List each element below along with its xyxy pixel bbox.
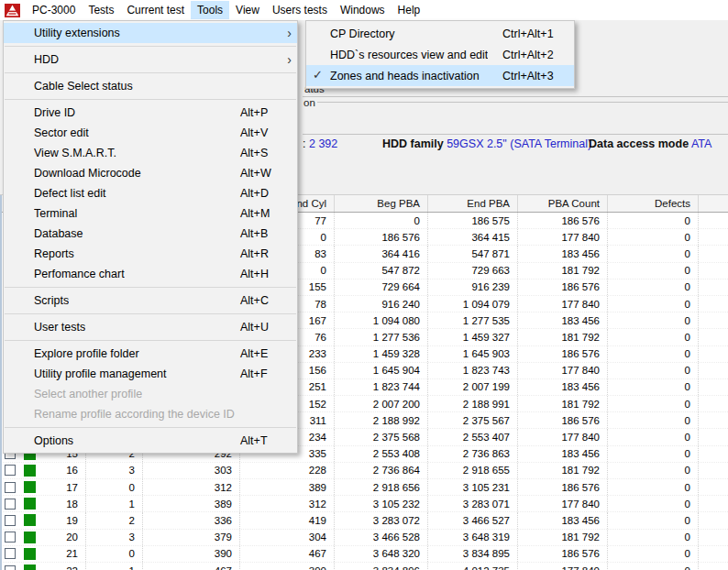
menu-item-terminal[interactable]: TerminalAlt+M — [4, 203, 297, 224]
cell-end-pba: 2 736 863 — [428, 446, 518, 462]
cell-end-cyl: 312 — [240, 496, 335, 511]
cell-pba-count: 177 840 — [518, 563, 608, 570]
table-row[interactable]: 1923364193 283 0723 466 527183 4560 — [0, 512, 728, 529]
cell-spacer — [699, 463, 728, 478]
row-checkbox-cell — [0, 563, 20, 570]
cell-beg-pba: 547 872 — [335, 263, 428, 279]
data-access-mode-label: Data access mode — [589, 137, 689, 150]
row-checkbox[interactable] — [5, 515, 16, 526]
cell-end-pba: 364 415 — [428, 229, 518, 245]
table-row[interactable]: 2214673903 834 8964 012 735177 8400 — [0, 563, 728, 570]
status-square-icon — [24, 548, 36, 560]
cell-beg-pba: 1 645 904 — [335, 363, 428, 378]
menubar-item-users-tests[interactable]: Users tests — [266, 1, 334, 19]
menu-item-shortcut: Alt+E — [240, 347, 281, 360]
cell-defects: 0 — [608, 446, 699, 462]
menu-item-shortcut: Alt+F — [240, 367, 281, 380]
menubar-item-pc-3000[interactable]: PC-3000 — [26, 1, 82, 19]
cell-beg-cyl: 390 — [143, 546, 240, 562]
menubar-item-windows[interactable]: Windows — [334, 1, 392, 19]
menu-item-utility-extensions[interactable]: Utility extensions› — [4, 23, 297, 43]
submenu-item-zones-and-heads-inactivation[interactable]: ✓Zones and heads inactivationCtrl+Alt+3 — [306, 65, 574, 86]
row-checkbox[interactable] — [5, 499, 16, 510]
menu-item-hdd[interactable]: HDD› — [4, 49, 297, 70]
menu-item-shortcut: Alt+V — [240, 126, 281, 139]
menu-item-label: View S.M.A.R.T. — [34, 147, 116, 159]
table-row[interactable]: 2033793043 466 5283 648 319181 7920 — [0, 530, 728, 546]
cell-pba-count: 177 840 — [518, 363, 608, 378]
row-checkbox[interactable] — [5, 565, 16, 570]
cell-spacer — [699, 396, 728, 411]
cell-head: 1 — [86, 563, 143, 570]
menu-separator — [5, 287, 296, 288]
row-checkbox[interactable] — [5, 532, 16, 543]
menu-item-cable-select-status[interactable]: Cable Select status — [4, 76, 297, 96]
cell-spacer — [699, 346, 728, 362]
cell-spacer — [699, 329, 728, 345]
menubar-item-view[interactable]: View — [229, 1, 266, 19]
menu-item-explore-profile-folder[interactable]: Explore profile folderAlt+E — [4, 344, 297, 364]
menu-item-utility-profile-management[interactable]: Utility profile managementAlt+F — [4, 364, 297, 384]
table-row[interactable]: 1813893123 105 2323 283 071177 8400 — [0, 496, 728, 512]
cell-pba-count: 177 840 — [518, 496, 608, 511]
menu-item-options[interactable]: OptionsAlt+T — [4, 431, 297, 451]
cell-beg-pba: 2 375 568 — [335, 429, 428, 444]
row-checkbox[interactable] — [5, 548, 16, 559]
menubar-item-current-test[interactable]: Current test — [120, 1, 191, 19]
cell-beg-pba: 3 105 232 — [335, 496, 428, 511]
menubar-item-tests[interactable]: Tests — [82, 1, 120, 19]
row-checkbox[interactable] — [5, 482, 16, 493]
row-checkbox[interactable] — [5, 465, 16, 476]
cell-defects: 0 — [608, 346, 699, 362]
menu-item-label: Reports — [34, 247, 74, 260]
menu-item-download-microcode[interactable]: Download MicrocodeAlt+W — [4, 163, 297, 183]
menu-item-sector-edit[interactable]: Sector editAlt+V — [4, 123, 297, 143]
menu-item-defect-list-edit[interactable]: Defect list editAlt+D — [4, 183, 297, 203]
status-square-icon — [24, 481, 36, 493]
menu-item-rename-profile-according-the-device-id: Rename profile according the device ID — [4, 404, 297, 424]
cell-pba-count: 186 576 — [518, 546, 608, 562]
cell-end-pba: 3 466 527 — [428, 512, 518, 528]
submenu-item-cp-directory[interactable]: CP DirectoryCtrl+Alt+1 — [306, 23, 574, 44]
hdd-family-label: HDD family — [382, 137, 444, 150]
column-header-pba-count[interactable]: PBA Count — [518, 195, 608, 212]
menu-item-database[interactable]: DatabaseAlt+B — [4, 224, 297, 244]
cell-defects: 0 — [608, 246, 699, 261]
table-row[interactable]: 1703123892 918 6563 105 231186 5760 — [0, 479, 728, 496]
menu-item-shortcut: Alt+S — [240, 147, 281, 159]
row-status-cell — [20, 546, 39, 562]
info-cut-number: 2 392 — [309, 137, 337, 150]
menu-item-drive-id[interactable]: Drive IDAlt+P — [4, 103, 297, 123]
cell-pba-count: 186 576 — [518, 479, 608, 495]
menubar-item-help[interactable]: Help — [392, 1, 427, 19]
column-header-beg-pba[interactable]: Beg PBA — [335, 195, 428, 212]
menu-item-select-another-profile: Select another profile — [4, 384, 297, 404]
menu-item-label: Terminal — [34, 207, 77, 220]
cell-spacer — [699, 312, 728, 328]
info-cut-value: : 2 392 — [303, 137, 337, 151]
cell-zone: 17 — [39, 479, 86, 495]
cell-spacer — [699, 563, 728, 570]
data-access-mode-info: Data access mode ATA — [589, 137, 711, 151]
cell-end-cyl: 467 — [240, 546, 335, 562]
cell-head: 0 — [86, 546, 143, 562]
cell-beg-pba: 364 416 — [335, 246, 428, 261]
table-row[interactable]: 1633032282 736 8642 918 655181 7920 — [0, 463, 728, 479]
table-row[interactable]: 2103904673 648 3203 834 895186 5760 — [0, 546, 728, 563]
column-header-defects[interactable]: Defects — [608, 195, 699, 212]
menu-item-user-tests[interactable]: User testsAlt+U — [4, 317, 297, 337]
menu-item-perfomance-chart[interactable]: Perfomance chartAlt+H — [4, 264, 297, 284]
cell-defects: 0 — [608, 329, 699, 345]
menubar-item-tools[interactable]: Tools — [191, 1, 229, 19]
menu-item-view-s-m-a-r-t[interactable]: View S.M.A.R.T.Alt+S — [4, 143, 297, 163]
cell-beg-pba: 1 459 328 — [335, 346, 428, 362]
column-header-spacer[interactable] — [699, 195, 728, 212]
menu-item-reports[interactable]: ReportsAlt+R — [4, 244, 297, 264]
data-access-mode-value: ATA — [691, 137, 711, 150]
column-header-end-pba[interactable]: End PBA — [428, 195, 518, 212]
menu-item-scripts[interactable]: ScriptsAlt+C — [4, 290, 297, 311]
submenu-item-hdd-s-resources-view-and-edit[interactable]: HDD`s resources view and editCtrl+Alt+2 — [306, 44, 574, 65]
row-checkbox-cell — [0, 496, 20, 511]
cell-beg-pba: 186 576 — [335, 229, 428, 245]
cell-zone: 22 — [39, 563, 86, 570]
